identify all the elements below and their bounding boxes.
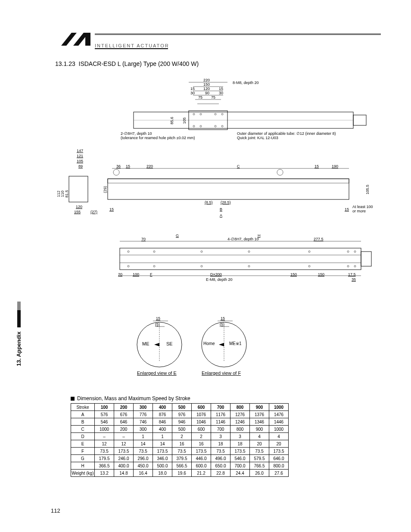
detE-5: (5) [155,322,160,327]
caption-detE: Enlarged view of E [137,370,177,376]
table-cell: 900 [250,426,269,433]
table-cell: 1000 [95,426,114,433]
col-header-stroke: 1000 [269,404,289,411]
header-rule [95,34,381,35]
table-cell: 646.0 [269,455,289,462]
svg-point-6 [221,113,223,115]
dim-15e: 15 [109,207,114,212]
table-cell: – [114,433,134,440]
dim-150: 150 [203,82,210,87]
table-cell: 173.5 [230,448,250,455]
svg-point-22 [277,169,283,175]
svg-rect-18 [69,176,88,202]
table-cell: 173.5 [269,448,289,455]
svg-point-40 [354,265,356,267]
svg-point-32 [347,251,349,252]
table-row: E12121414161618182020 [71,440,289,448]
dim-G: G [176,233,179,238]
svg-point-31 [308,251,310,252]
table-row: C10002003004005006007008009001000 [71,426,289,433]
table-cell: 300 [134,426,153,433]
dim-Fplan: F [150,272,153,277]
note-reamed-a: 2-∅8H7, depth 10 [121,131,152,136]
dim-220: 220 [203,78,210,82]
table-row: H366.5400.0450.0500.0566.5600.0650.0700.… [71,462,289,470]
row-header: F [71,448,95,455]
table-cell: 366.5 [95,462,114,470]
svg-point-21 [113,169,119,175]
table-cell: 24.4 [230,470,250,477]
table-cell: 22.8 [211,470,230,477]
table-cell: 566.5 [172,462,192,470]
note-joint: Quick joint: KAL 12-U03 [237,136,278,140]
svg-point-33 [354,251,356,252]
dimension-table: Stroke1002003004005006007008009001000A57… [71,403,289,477]
table-cell: 16 [192,440,211,448]
detE-ME: ME [142,341,149,346]
side-tab-mark [17,310,21,327]
col-header-stroke: 900 [250,404,269,411]
svg-point-30 [248,251,250,252]
svg-point-34 [128,265,129,267]
table-cell: 546 [95,418,114,426]
side-tab-faded [17,302,21,310]
svg-point-27 [128,251,129,252]
note-em8: E-M8, depth 20 [206,277,233,282]
page-number: 112 [51,507,60,514]
svg-point-28 [153,251,155,252]
dim-150b: 150 [318,272,324,277]
table-cell: 173.5 [114,448,134,455]
table-cell: 1176 [211,411,230,418]
table-cell: 346.0 [153,455,172,462]
table-cell: 173.5 [192,448,211,455]
dim-70plan: 70 [141,237,146,241]
table-cell: 173.5 [153,448,172,455]
table-cell: 73.5 [172,448,192,455]
table-cell: 3 [230,433,250,440]
dim-155: 155 [74,210,81,214]
table-cell: 1046 [192,418,211,426]
note-8m8: 8-M8, depth 20 [233,81,259,85]
table-cell: 1476 [269,411,289,418]
note-ormore: or more [352,209,366,213]
table-cell: 1 [134,433,153,440]
dim-20plan: 20 [118,272,122,277]
table-cell: 1246 [230,418,250,426]
svg-point-7 [193,125,195,127]
dim-15a: 15 [190,87,195,91]
table-cell: 18.0 [153,470,172,477]
dim-190: 190 [332,164,338,168]
table-cell: 1000 [269,426,289,433]
figure-plan-view: 70 G H 4-∅8H7, depth 10 277.5 20 100 F D… [115,233,375,289]
table-cell: 576 [95,411,114,418]
dim-15d: 15 [314,164,319,168]
dim-150a: 150 [290,272,297,277]
dim-89: 89 [78,164,83,168]
svg-rect-11 [353,115,366,125]
table-cell: 1276 [230,411,250,418]
table-cell: 846 [153,418,172,426]
note-4phi8: 4-∅8H7, depth 10 [227,237,259,241]
section-title: ISDACR-ESD L (Large) Type (200 W/400 W) [79,60,199,67]
row-header: D [71,433,95,440]
dim-29p: (29) [103,186,107,193]
col-header-label: Stroke [71,404,95,411]
table-cell: 27.6 [269,470,289,477]
table-cell: 20 [250,440,269,448]
table-cell: 450.0 [134,462,153,470]
table-cell: 246.0 [114,455,134,462]
table-cell: 1076 [192,411,211,418]
detE-15: 15 [156,316,160,320]
table-cell: 3 [211,433,230,440]
table-cell: 1376 [250,411,269,418]
detF-5: (5) [220,322,224,327]
table-caption: Dimension, Mass and Maximum Speed by Str… [71,395,190,401]
dim-Dx200: D×200 [210,272,222,277]
table-cell: 766.5 [250,462,269,470]
col-header-stroke: 100 [95,404,114,411]
col-header-stroke: 800 [230,404,250,411]
table-cell: 19.6 [172,470,192,477]
table-cell: 16 [172,440,192,448]
table-cell: 700 [211,426,230,433]
table-cell: 18 [211,440,230,448]
